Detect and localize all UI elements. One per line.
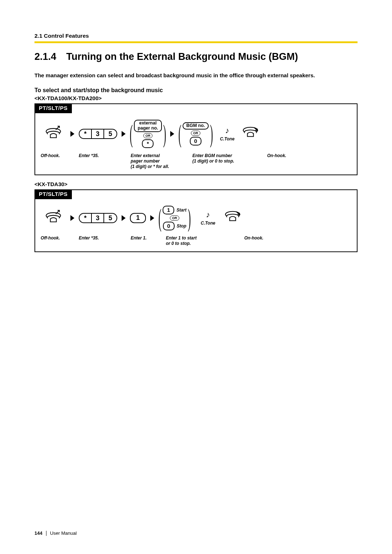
paren-right: ) [188,207,191,229]
key-0: 0 [190,137,201,145]
caption-enter-external: Enter externalpager number(1 digit) or *… [131,153,180,169]
music-note-icon: ♪ [225,126,229,135]
key-5: 5 [104,214,117,222]
or-pill: OR [191,131,200,136]
key-sequence-star-3-5: * 3 5 [79,213,117,223]
page-number: 144 [34,530,42,536]
key-bgm-no: BGM no. [183,122,208,130]
model-label-tda100-200: <KX-TDA100/KX-TDA200> [34,95,358,101]
intro-paragraph: The manager extension can select and bro… [34,71,358,79]
paren-right: ) [163,123,166,145]
key-external-pager-no: externalpager no. [134,120,162,132]
section-title-text: Turning on the External Background Music… [66,51,298,62]
procedure-diagram-2: PT/SLT/PS * 3 5 [34,189,358,252]
key-star: * [79,214,92,222]
phone-type-tab: PT/SLT/PS [35,103,72,113]
footer-divider [46,531,46,536]
key-1: 1 [130,213,146,223]
arrow-icon [122,131,126,137]
arrow-icon [70,131,74,137]
on-hook-icon [224,209,242,227]
arrow-icon [70,215,74,221]
music-note-icon: ♪ [206,210,210,219]
off-hook-icon [44,209,62,227]
caption-enter35: Enter *35. [79,235,118,241]
caption-enter-start-stop: Enter 1 to startor 0 to stop. [166,235,213,246]
key-sequence-star-3-5: * 3 5 [79,129,117,139]
arrow-icon [122,215,126,221]
stop-label: Stop [177,223,187,229]
section-number: 2.1.4 [34,51,64,62]
or-pill: OR [170,216,179,221]
arrow-icon [170,131,174,137]
caption-offhook: Off-hook. [41,153,66,159]
phone-type-tab: PT/SLT/PS [35,189,72,199]
paren-left: ( [178,123,181,145]
key-1: 1 [163,206,174,214]
ctone-label: C.Tone [201,221,215,226]
procedure-diagram-1: PT/SLT/PS * 3 5 [34,103,358,175]
or-pill: OR [143,133,153,138]
divider-rule [34,41,358,43]
paren-left: ( [159,207,162,229]
key-5: 5 [104,130,117,138]
paren-left: ( [130,123,133,145]
key-star: * [79,130,92,138]
key-star: * [142,139,154,148]
doc-name: User Manual [50,530,77,536]
arrow-icon [150,215,154,221]
page-footer: 144 User Manual [34,530,77,536]
caption-enter1: Enter 1. [131,235,153,241]
caption-enter-bgm: Enter BGM number(1 digit) or 0 to stop. [192,153,243,164]
section-crumb: 2.1 Control Features [34,33,358,39]
key-3: 3 [92,130,104,138]
procedure-heading: To select and start/stop the background … [34,87,358,94]
on-hook-icon [241,125,260,143]
off-hook-icon [44,125,62,143]
caption-offhook: Off-hook. [41,235,66,241]
caption-enter35: Enter *35. [79,153,118,159]
ctone-label: C.Tone [220,136,234,141]
caption-onhook: On-hook. [267,153,293,159]
caption-onhook: On-hook. [244,235,270,241]
paren-right: ) [210,123,213,145]
model-label-tda30: <KX-TDA30> [34,181,358,187]
page-title: 2.1.4 Turning on the External Background… [34,51,358,62]
key-0: 0 [163,222,175,230]
start-label: Start [176,208,186,213]
key-3: 3 [92,214,104,222]
